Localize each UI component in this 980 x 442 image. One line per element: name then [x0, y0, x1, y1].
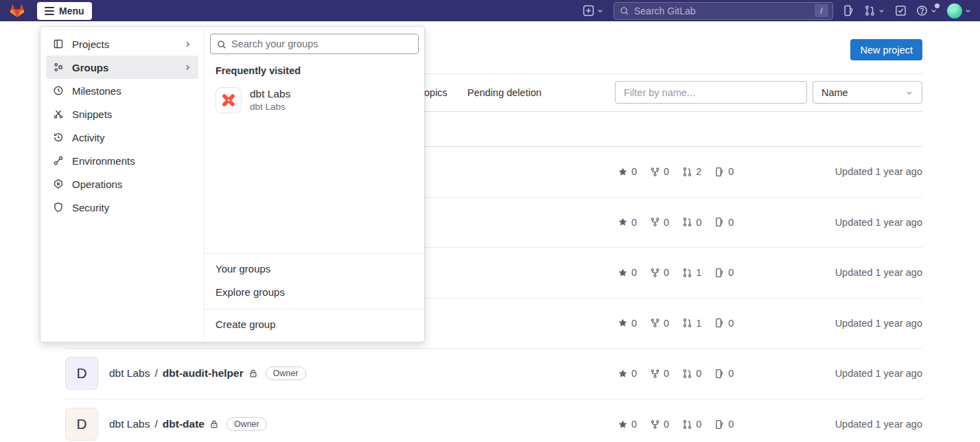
updated-timestamp: Updated 1 year ago	[835, 248, 922, 298]
create-group-link[interactable]: Create group	[205, 312, 424, 336]
menu-item-environments[interactable]: Environments	[46, 149, 198, 172]
merge-request-count[interactable]: 1	[682, 318, 701, 329]
project-stats: 0 0 0 0	[618, 349, 734, 399]
menu-item-milestones[interactable]: Milestones	[46, 79, 198, 102]
fork-icon	[650, 268, 660, 278]
merge-request-count[interactable]: 0	[682, 419, 701, 430]
fork-count[interactable]: 0	[650, 217, 669, 228]
project-row[interactable]: D dbt Labs / dbt-audit-helper Owner 0 0 …	[65, 349, 922, 399]
menu-item-snippets[interactable]: Snippets	[46, 102, 198, 126]
star-count[interactable]: 0	[618, 419, 637, 430]
menu-item-label: Groups	[72, 62, 108, 73]
issue-count[interactable]: 0	[714, 267, 734, 278]
menu-item-security[interactable]: Security	[46, 196, 198, 219]
issue-count[interactable]: 0	[714, 318, 734, 329]
help-dropdown[interactable]	[916, 5, 937, 16]
issue-count[interactable]: 0	[714, 166, 734, 177]
sort-by-select[interactable]: Name	[813, 81, 922, 104]
search-groups-input[interactable]	[210, 34, 419, 54]
new-item-plus-dropdown[interactable]	[583, 5, 604, 16]
star-icon	[618, 167, 628, 177]
project-stats: 0 0 1 0	[618, 248, 734, 298]
star-count[interactable]: 0	[618, 166, 637, 177]
fork-count[interactable]: 0	[650, 166, 669, 177]
star-count[interactable]: 0	[618, 318, 637, 329]
menu-button-label: Menu	[59, 5, 84, 16]
your-groups-link[interactable]: Your groups	[205, 257, 424, 280]
issue-count[interactable]: 0	[714, 217, 734, 228]
star-icon	[618, 419, 628, 430]
groups-flyout: Frequently visited dbt Labs dbt Labs	[205, 27, 424, 342]
operations-icon	[53, 178, 64, 189]
menu-item-label: Security	[72, 202, 109, 213]
owner-badge: Owner	[266, 367, 306, 380]
updated-timestamp: Updated 1 year ago	[835, 349, 922, 399]
merge-request-count[interactable]: 2	[682, 166, 701, 177]
merge-request-icon	[682, 268, 692, 278]
fork-icon	[650, 318, 660, 328]
history-icon	[53, 132, 64, 143]
updated-timestamp: Updated 1 year ago	[835, 147, 922, 197]
merge-request-icon	[682, 369, 692, 379]
merge-request-icon	[682, 419, 692, 430]
star-count[interactable]: 0	[618, 368, 637, 379]
fork-icon	[650, 217, 660, 227]
todos-icon[interactable]	[895, 5, 907, 16]
issues-icon	[714, 369, 725, 379]
filter-by-name-input[interactable]	[615, 81, 807, 104]
issues-icon	[714, 268, 725, 278]
menu-item-groups[interactable]: Groups	[46, 56, 198, 79]
fork-count[interactable]: 0	[650, 267, 669, 278]
frequent-group-item[interactable]: dbt Labs dbt Labs	[205, 83, 424, 117]
tab-topics-partial[interactable]: opics	[424, 73, 447, 112]
menu-item-operations[interactable]: Operations	[46, 172, 198, 196]
user-menu-dropdown[interactable]	[947, 3, 972, 19]
gitlab-tanuki-logo[interactable]	[8, 2, 26, 20]
menu-panel: Projects Groups Milestones Snippets Acti…	[40, 27, 205, 342]
chevron-down-icon	[964, 7, 972, 14]
menu-item-label: Snippets	[72, 108, 112, 120]
project-stats: 0 0 1 0	[618, 299, 734, 349]
explore-groups-link[interactable]: Explore groups	[205, 280, 424, 303]
new-project-button[interactable]: New project	[850, 39, 922, 60]
merge-request-icon	[864, 5, 876, 16]
merge-request-count[interactable]: 0	[682, 368, 701, 379]
project-namespace[interactable]: dbt Labs	[109, 418, 150, 430]
project-title[interactable]: dbt-date	[163, 418, 205, 430]
fork-count[interactable]: 0	[650, 368, 669, 379]
merge-request-count[interactable]: 0	[682, 217, 701, 228]
group-title: dbt Labs	[250, 87, 290, 101]
private-lock-icon	[248, 369, 258, 378]
issue-count[interactable]: 0	[714, 368, 734, 379]
menu-item-label: Environments	[72, 155, 135, 167]
frequently-visited-heading: Frequently visited	[205, 54, 424, 83]
menu-button[interactable]: Menu	[37, 2, 92, 20]
fork-count[interactable]: 0	[650, 419, 669, 430]
project-avatar: D	[65, 357, 98, 390]
star-count[interactable]: 0	[618, 217, 637, 228]
global-search-input[interactable]: Search GitLab /	[614, 2, 833, 20]
issues-icon[interactable]	[843, 5, 854, 16]
group-icon	[53, 62, 64, 73]
tab-pending-deletion[interactable]: Pending deletion	[467, 73, 541, 112]
fork-count[interactable]: 0	[650, 318, 669, 329]
updated-timestamp: Updated 1 year ago	[835, 299, 922, 349]
merge-request-count[interactable]: 1	[682, 267, 701, 278]
menu-item-projects[interactable]: Projects	[46, 32, 198, 56]
project-stats: 0 0 0 0	[618, 198, 734, 248]
notification-dot	[935, 3, 940, 8]
merge-requests-dropdown[interactable]	[864, 5, 885, 16]
menu-item-activity[interactable]: Activity	[46, 126, 198, 149]
star-count[interactable]: 0	[618, 267, 637, 278]
private-lock-icon	[209, 419, 219, 429]
project-row[interactable]: D dbt Labs / dbt-date Owner 0 0 0 0 Upda…	[65, 399, 922, 442]
project-title[interactable]: dbt-audit-helper	[163, 367, 244, 380]
hamburger-icon	[45, 7, 54, 15]
main-menu-dropdown: Projects Groups Milestones Snippets Acti…	[40, 26, 425, 342]
project-namespace[interactable]: dbt Labs	[109, 367, 150, 380]
project-name[interactable]: dbt Labs / dbt-audit-helper Owner	[109, 367, 306, 380]
issue-count[interactable]: 0	[714, 419, 734, 430]
updated-timestamp: Updated 1 year ago	[835, 198, 922, 248]
environment-link-icon	[53, 155, 64, 166]
project-name[interactable]: dbt Labs / dbt-date Owner	[109, 417, 267, 431]
